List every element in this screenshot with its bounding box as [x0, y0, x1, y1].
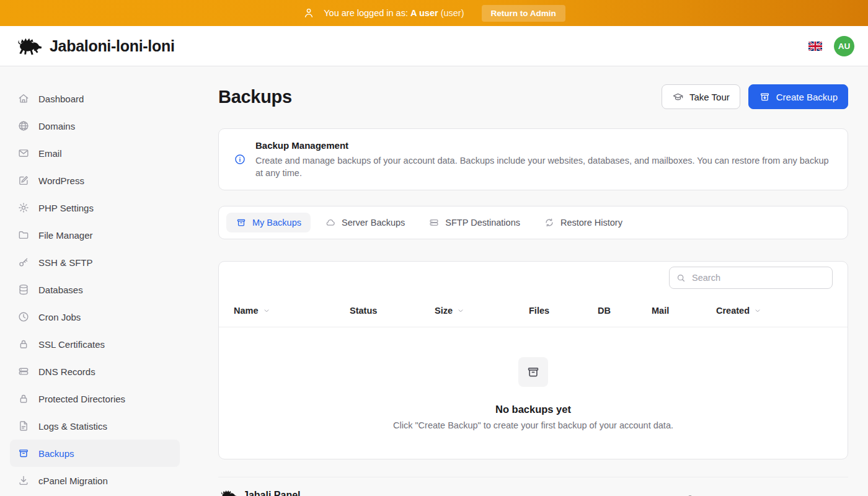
cloud-icon: [325, 217, 336, 228]
login-message: You are logged in as: A user (user): [324, 8, 464, 18]
tab-server-backups[interactable]: Server Backups: [316, 213, 414, 232]
column-header-label: Name: [234, 306, 259, 316]
edit-icon: [17, 174, 30, 187]
column-header-status: Status: [350, 306, 435, 316]
sidebar-item-databases[interactable]: Databases: [10, 276, 180, 303]
sidebar-item-dashboard[interactable]: Dashboard: [10, 85, 180, 112]
take-tour-label: Take Tour: [689, 92, 730, 102]
info-icon: [234, 153, 246, 166]
info-card-body: Create and manage backups of your accoun…: [255, 154, 833, 179]
clock-icon: [17, 311, 30, 323]
sidebar-item-label: Backups: [38, 448, 74, 459]
sidebar-item-wordpress[interactable]: WordPress: [10, 167, 180, 194]
column-header-label: Status: [350, 306, 377, 316]
refresh-icon: [544, 217, 555, 228]
sidebar: DashboardDomainsEmailWordPressPHP Settin…: [0, 66, 190, 495]
mail-icon: [17, 147, 30, 159]
tab-sftp-destinations[interactable]: SFTP Destinations: [419, 213, 529, 232]
column-header-label: Files: [529, 306, 549, 316]
page-footer: Jabali Panel: [218, 477, 848, 496]
login-user-role: (user): [441, 8, 464, 18]
sidebar-item-email[interactable]: Email: [10, 140, 180, 167]
info-card-title: Backup Management: [255, 140, 833, 152]
create-backup-button[interactable]: Create Backup: [748, 84, 848, 109]
sidebar-item-dns-records[interactable]: DNS Records: [10, 358, 180, 385]
sidebar-item-ssh-sftp[interactable]: SSH & SFTP: [10, 249, 180, 276]
sidebar-item-label: File Manager: [38, 230, 93, 241]
backups-table-card: NameStatusSizeFilesDBMailCreated No back…: [218, 261, 848, 459]
tab-label: My Backups: [252, 218, 301, 228]
sidebar-item-label: Logs & Statistics: [38, 421, 107, 432]
column-header-created[interactable]: Created: [716, 306, 833, 316]
globe-icon: [17, 120, 30, 132]
column-header-name[interactable]: Name: [234, 306, 350, 316]
tab-label: Restore History: [560, 218, 622, 228]
archive-icon: [17, 447, 30, 459]
sidebar-item-cron-jobs[interactable]: Cron Jobs: [10, 303, 180, 330]
tab-restore-history[interactable]: Restore History: [534, 213, 632, 232]
column-header-mail: Mail: [652, 306, 716, 316]
take-tour-button[interactable]: Take Tour: [662, 84, 740, 109]
user-avatar[interactable]: AU: [834, 36, 854, 56]
backups-tabs: My BackupsServer BackupsSFTP Destination…: [218, 206, 848, 239]
sidebar-item-label: SSL Certificates: [38, 339, 105, 350]
empty-state-title: No backups yet: [219, 404, 848, 415]
login-message-prefix: You are logged in as:: [324, 8, 408, 18]
admin-impersonation-bar: You are logged in as: A user (user) Retu…: [0, 0, 868, 26]
sidebar-item-php-settings[interactable]: PHP Settings: [10, 194, 180, 221]
tab-my-backups[interactable]: My Backups: [226, 213, 311, 232]
sidebar-item-label: Protected Directories: [38, 394, 125, 404]
lock-icon: [17, 392, 30, 405]
sidebar-item-logs-statistics[interactable]: Logs & Statistics: [10, 412, 180, 440]
brand[interactable]: Jabaloni-loni-loni: [14, 35, 175, 56]
footer-brand[interactable]: Jabali Panel: [218, 489, 848, 496]
tab-label: Server Backups: [342, 218, 405, 228]
sidebar-item-domains[interactable]: Domains: [10, 112, 180, 140]
sidebar-item-label: Domains: [38, 121, 75, 131]
sidebar-item-label: Databases: [38, 285, 83, 295]
archive-icon: [236, 217, 247, 228]
document-icon: [17, 420, 30, 432]
header-right: AU: [808, 36, 854, 56]
create-backup-label: Create Backup: [776, 92, 838, 102]
empty-state: No backups yet Click "Create Backup" to …: [219, 327, 848, 459]
chevron-down-icon: [456, 306, 465, 315]
app-header: Jabaloni-loni-loni AU: [0, 26, 868, 66]
archive-down-icon: [759, 91, 771, 103]
tab-label: SFTP Destinations: [445, 218, 520, 228]
chevron-down-icon: [262, 306, 271, 315]
return-to-admin-button[interactable]: Return to Admin: [482, 5, 565, 22]
sidebar-item-backups[interactable]: Backups: [10, 440, 180, 467]
boar-logo-icon: [14, 35, 42, 56]
column-header-db: DB: [598, 306, 652, 316]
download-icon: [17, 474, 30, 487]
column-header-label: Created: [716, 306, 750, 316]
key-icon: [17, 256, 30, 268]
column-header-label: Size: [435, 306, 453, 316]
chevron-down-icon: [753, 306, 762, 315]
person-icon: [303, 7, 315, 19]
empty-state-message: Click "Create Backup" to create your fir…: [219, 420, 848, 430]
folder-icon: [17, 229, 30, 241]
sidebar-item-label: Email: [38, 148, 62, 159]
page-title: Backups: [218, 87, 292, 107]
server-icon: [428, 217, 440, 228]
sidebar-item-cpanel-migration[interactable]: cPanel Migration: [10, 467, 180, 494]
brand-title: Jabaloni-loni-loni: [50, 37, 175, 55]
language-flag-icon[interactable]: [808, 42, 822, 51]
footer-brand-name: Jabali Panel: [243, 490, 301, 496]
archive-icon: [526, 365, 541, 379]
search-input[interactable]: [669, 267, 833, 289]
sidebar-item-label: Dashboard: [38, 94, 84, 104]
backup-management-info-card: Backup Management Create and manage back…: [218, 128, 848, 190]
search-icon: [676, 273, 686, 283]
column-header-size[interactable]: Size: [435, 306, 529, 316]
sidebar-item-label: cPanel Migration: [38, 476, 108, 486]
sidebar-item-file-manager[interactable]: File Manager: [10, 221, 180, 249]
table-toolbar: [219, 262, 848, 294]
table-header-row: NameStatusSizeFilesDBMailCreated: [219, 294, 848, 327]
sidebar-item-protected-directories[interactable]: Protected Directories: [10, 385, 180, 412]
login-user-name: A user: [410, 8, 438, 18]
sidebar-item-label: PHP Settings: [38, 203, 94, 213]
sidebar-item-ssl-certificates[interactable]: SSL Certificates: [10, 330, 180, 358]
